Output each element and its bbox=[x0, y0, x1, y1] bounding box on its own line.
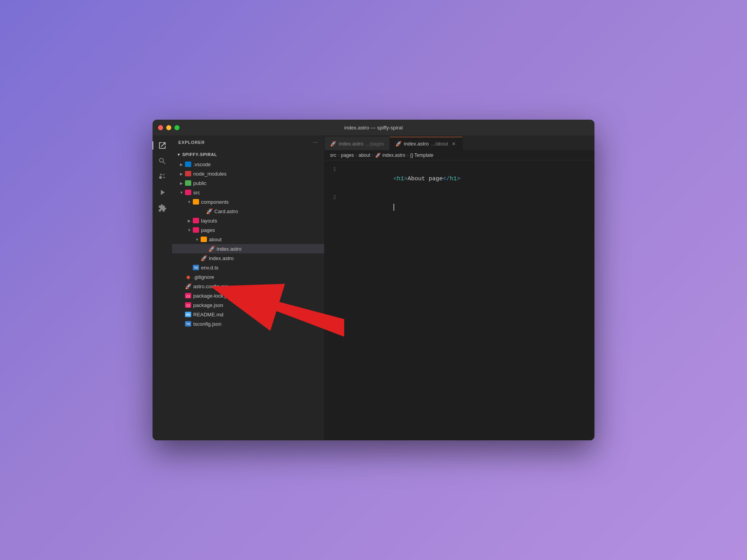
item-label: astro.config.mjs bbox=[193, 284, 229, 289]
tree-item-components[interactable]: ▼ components bbox=[172, 197, 324, 206]
minimize-button[interactable] bbox=[166, 125, 171, 130]
tag-open: < bbox=[393, 176, 397, 182]
item-label: pages bbox=[201, 227, 215, 233]
breadcrumb-pages[interactable]: pages bbox=[341, 153, 354, 158]
astro-file-icon: 🚀 bbox=[206, 208, 213, 215]
chevron-icon: ▶ bbox=[178, 171, 185, 177]
chevron-icon: ▼ bbox=[186, 199, 192, 205]
code-text: About page bbox=[408, 176, 443, 182]
item-label: src bbox=[193, 190, 200, 196]
tab-filename: index.astro bbox=[339, 141, 364, 147]
line-number: 1 bbox=[325, 165, 344, 174]
tag-name: h1 bbox=[397, 176, 404, 182]
tsconfig-file-icon: TS bbox=[185, 320, 192, 327]
breadcrumb: src › pages › about › 🚀 index.astro › {}… bbox=[325, 150, 594, 160]
json-file-icon: { } bbox=[185, 302, 192, 309]
code-editor[interactable]: 1 <h1>About page</h1> 2 bbox=[325, 160, 594, 440]
tab-about[interactable]: 🚀 index.astro .../about ✕ bbox=[390, 137, 463, 150]
tree-item-readme[interactable]: ▶ MD README.md bbox=[172, 310, 324, 319]
chevron-icon: ▼ bbox=[194, 236, 200, 242]
breadcrumb-src[interactable]: src bbox=[330, 153, 336, 158]
folder-comp-icon bbox=[192, 198, 199, 205]
window-title: index.astro — spiffy-spiral bbox=[344, 125, 402, 131]
astro-file-icon: 🚀 bbox=[200, 255, 207, 262]
item-label: package.json bbox=[193, 302, 223, 308]
folder-npm-icon bbox=[185, 170, 192, 177]
tab-bar: 🚀 index.astro .../pages 🚀 index.astro ..… bbox=[325, 135, 594, 150]
tree-item-layouts[interactable]: ▶ layouts bbox=[172, 216, 324, 225]
root-chevron-icon: ▼ bbox=[177, 153, 181, 157]
item-label: index.astro bbox=[217, 246, 242, 252]
tab-astro-icon: 🚀 bbox=[330, 141, 336, 147]
item-label: node_modules bbox=[193, 171, 226, 177]
explorer-activity-icon[interactable] bbox=[155, 138, 169, 153]
tree-item-pages[interactable]: ▼ pages bbox=[172, 225, 324, 235]
code-line-1: 1 <h1>About page</h1> bbox=[325, 165, 594, 193]
tree-item-node-modules[interactable]: ▶ node_modules bbox=[172, 169, 324, 178]
tag-name-close: h1 bbox=[450, 176, 457, 182]
maximize-button[interactable] bbox=[174, 125, 180, 130]
json-file-icon: { } bbox=[185, 292, 192, 299]
chevron-icon: ▶ bbox=[186, 217, 192, 224]
close-button[interactable] bbox=[158, 125, 163, 130]
folder-pages-icon bbox=[192, 226, 199, 233]
item-label: layouts bbox=[201, 218, 217, 224]
source-control-activity-icon[interactable] bbox=[155, 170, 169, 184]
breadcrumb-template[interactable]: {} Template bbox=[410, 153, 433, 158]
item-label: Card.astro bbox=[214, 208, 238, 214]
root-folder[interactable]: ▼ SPIFFY-SPIRAL bbox=[172, 149, 324, 160]
activity-bar bbox=[153, 135, 172, 440]
chevron-icon: ▶ bbox=[178, 161, 185, 167]
tab-path: .../about bbox=[431, 141, 448, 147]
tree-item-package-json[interactable]: ▶ { } package.json bbox=[172, 300, 324, 310]
tag-end: > bbox=[457, 176, 460, 182]
line-content-cursor bbox=[344, 193, 594, 221]
breadcrumb-file[interactable]: index.astro bbox=[382, 153, 406, 158]
tree-item-card-astro[interactable]: ▶ 🚀 Card.astro bbox=[172, 206, 324, 216]
tree-item-src[interactable]: ▼ src bbox=[172, 188, 324, 197]
tab-close-button[interactable]: ✕ bbox=[451, 141, 457, 147]
sidebar-more-button[interactable]: ··· bbox=[313, 139, 318, 146]
sidebar: EXPLORER ··· ▼ SPIFFY-SPIRAL ▶ .vscode bbox=[172, 135, 325, 440]
breadcrumb-astro-icon: 🚀 bbox=[375, 153, 381, 158]
breadcrumb-sep: › bbox=[407, 153, 408, 158]
tab-pages[interactable]: 🚀 index.astro .../pages bbox=[325, 137, 390, 150]
tag-close: > bbox=[404, 176, 408, 182]
breadcrumb-sep: › bbox=[372, 153, 374, 158]
ts-file-icon: TS bbox=[192, 264, 199, 271]
tag-close-open: </ bbox=[443, 176, 450, 182]
tree-item-tsconfig[interactable]: ▶ TS tsconfig.json bbox=[172, 319, 324, 328]
tree-item-gitignore[interactable]: ▶ ◆ .gitignore bbox=[172, 272, 324, 282]
search-activity-icon[interactable] bbox=[155, 154, 169, 168]
extensions-activity-icon[interactable] bbox=[155, 201, 169, 215]
tree-item-about[interactable]: ▼ about bbox=[172, 235, 324, 244]
titlebar: index.astro — spiffy-spiral bbox=[153, 120, 594, 135]
folder-src-icon bbox=[185, 189, 192, 196]
astro-file-icon: 🚀 bbox=[208, 245, 215, 252]
tree-item-package-lock[interactable]: ▶ { } package-lock.json bbox=[172, 291, 324, 300]
tree-item-env-d-ts[interactable]: ▶ TS env.d.ts bbox=[172, 263, 324, 272]
tree-item-public[interactable]: ▶ public bbox=[172, 178, 324, 188]
md-file-icon: MD bbox=[185, 311, 192, 318]
chevron-icon: ▶ bbox=[178, 180, 185, 186]
breadcrumb-sep: › bbox=[356, 153, 357, 158]
item-label: env.d.ts bbox=[201, 265, 219, 271]
tree-item-index-astro-pages[interactable]: ▶ 🚀 index.astro bbox=[172, 253, 324, 263]
chevron-icon: ▼ bbox=[186, 227, 192, 233]
vscode-window: index.astro — spiffy-spiral bbox=[153, 120, 594, 440]
breadcrumb-about[interactable]: about bbox=[359, 153, 370, 158]
tree-item-astro-config[interactable]: ▶ 🚀 astro.config.mjs bbox=[172, 282, 324, 291]
run-debug-activity-icon[interactable] bbox=[155, 185, 169, 199]
item-label: components bbox=[201, 199, 229, 205]
git-file-icon: ◆ bbox=[185, 273, 192, 280]
item-label: index.astro bbox=[209, 255, 234, 261]
tree-item-index-astro-about[interactable]: ▶ 🚀 index.astro bbox=[172, 244, 324, 253]
chevron-icon: ▼ bbox=[178, 189, 185, 196]
item-label: public bbox=[193, 180, 207, 186]
explorer-title: EXPLORER bbox=[178, 140, 205, 145]
editor-area: 🚀 index.astro .../pages 🚀 index.astro ..… bbox=[325, 135, 594, 440]
tab-path: .../pages bbox=[366, 141, 384, 147]
file-tree: ▼ SPIFFY-SPIRAL ▶ .vscode ▶ node_modules bbox=[172, 149, 324, 440]
line-number: 2 bbox=[325, 193, 344, 203]
tree-item-vscode[interactable]: ▶ .vscode bbox=[172, 160, 324, 169]
